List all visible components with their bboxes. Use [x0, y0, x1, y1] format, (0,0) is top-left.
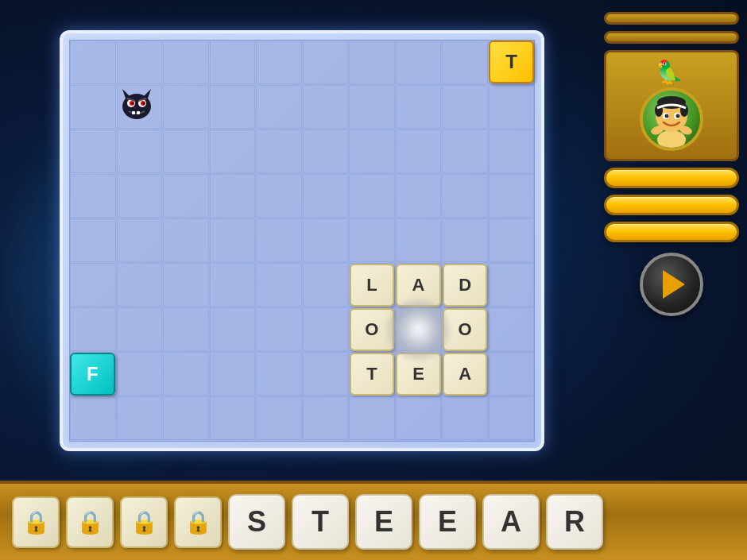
grid-cell [256, 396, 302, 440]
letter-tile-A[interactable]: A [482, 494, 540, 550]
grid-cell [489, 85, 535, 129]
grid-cell [489, 396, 535, 440]
lock-tile-3[interactable]: 🔒 [120, 496, 168, 548]
grid-cell [117, 85, 163, 129]
grid-cell [117, 396, 163, 440]
grid-cell [303, 174, 349, 218]
grid-container: // Generate grid cells const gc = docume… [69, 40, 535, 442]
grid-cell [163, 129, 209, 173]
score-box [604, 31, 739, 44]
grid-cell [163, 307, 209, 351]
grid-cell [442, 218, 488, 262]
grid-cell [210, 85, 256, 129]
grid-cell [349, 307, 395, 351]
grid-cell [396, 263, 442, 307]
lock-tile-1[interactable]: 🔒 [12, 496, 60, 548]
grid-cell [396, 41, 442, 84]
grid-cell [210, 41, 256, 84]
grid-cell [349, 129, 395, 173]
grid-cell [210, 307, 256, 351]
grid-cell [349, 352, 395, 396]
grid-cell [489, 174, 535, 218]
play-button[interactable] [640, 253, 703, 316]
grid-cell [349, 41, 395, 84]
letters-button[interactable] [604, 222, 739, 242]
grid-cell [163, 41, 209, 84]
grid-cell [256, 307, 302, 351]
grid-cell [117, 218, 163, 262]
play-icon [663, 270, 685, 299]
grid-cell [70, 174, 116, 218]
grid-cell [349, 218, 395, 262]
right-panel: 🦜 [604, 8, 739, 473]
player-box: 🦜 [604, 50, 739, 161]
letter-tile-R[interactable]: R [546, 494, 603, 550]
letter-tile-E2[interactable]: E [419, 494, 476, 550]
grid-cell [70, 218, 116, 262]
lock-tile-2[interactable]: 🔒 [66, 496, 114, 548]
board-section: // Generate grid cells const gc = docume… [8, 8, 596, 473]
player-avatar [640, 87, 703, 151]
grid-cell [489, 129, 535, 173]
bird-row: 🦜 [610, 59, 733, 85]
grid-cell [489, 307, 535, 351]
grid-cell [349, 174, 395, 218]
grid-cell [256, 129, 302, 173]
grid-cell [210, 174, 256, 218]
lock-icon-3: 🔒 [130, 509, 158, 535]
grid-cell [303, 307, 349, 351]
grid-cell [163, 85, 209, 129]
exit-button[interactable] [604, 168, 739, 188]
grid-cell [117, 174, 163, 218]
svg-point-23 [676, 114, 680, 118]
grid-cell [163, 218, 209, 262]
grid-cell [442, 129, 488, 173]
grid-cell [442, 174, 488, 218]
grid-cell [210, 218, 256, 262]
grid-cell [489, 263, 535, 307]
board-wrapper: // Generate grid cells const gc = docume… [60, 30, 544, 451]
grid-cell [256, 41, 302, 84]
grid-cell [303, 396, 349, 440]
svg-point-13 [657, 130, 686, 148]
grid-cell [396, 396, 442, 440]
letter-tile-E1[interactable]: E [355, 494, 412, 550]
grid-cell [70, 129, 116, 173]
grid-cell [70, 352, 116, 396]
grid-cell [489, 218, 535, 262]
retry-button[interactable] [604, 195, 739, 215]
lock-icon-1: 🔒 [22, 509, 50, 535]
grid-cell [349, 85, 395, 129]
bird-icon: 🦜 [656, 59, 683, 85]
grid-cell [256, 218, 302, 262]
grid-cell [303, 263, 349, 307]
grid-cell [163, 174, 209, 218]
grid-cell [396, 218, 442, 262]
grid-cell [303, 129, 349, 173]
grid-cell [442, 85, 488, 129]
grid-cell [303, 85, 349, 129]
grid-cell [489, 352, 535, 396]
grid-cell [210, 263, 256, 307]
grid-cell [117, 307, 163, 351]
grid-cell [396, 174, 442, 218]
grid-cell [117, 129, 163, 173]
grid-cell [303, 218, 349, 262]
svg-point-22 [665, 114, 669, 118]
grid-cell [442, 352, 488, 396]
grid-cell [349, 396, 395, 440]
lock-icon-4: 🔒 [184, 509, 212, 535]
level-box [604, 12, 739, 25]
grid-cell [210, 396, 256, 440]
letter-tile-S[interactable]: S [228, 494, 285, 550]
grid-cell [70, 263, 116, 307]
lock-tile-4[interactable]: 🔒 [174, 496, 222, 548]
grid-cell [303, 41, 349, 84]
grid-cell [70, 41, 116, 84]
grid-cell [256, 352, 302, 396]
main-container: // Generate grid cells const gc = docume… [0, 0, 747, 560]
letter-tile-T[interactable]: T [292, 494, 349, 550]
grid-cell [256, 85, 302, 129]
grid-cell [210, 129, 256, 173]
grid-cell [70, 85, 116, 129]
